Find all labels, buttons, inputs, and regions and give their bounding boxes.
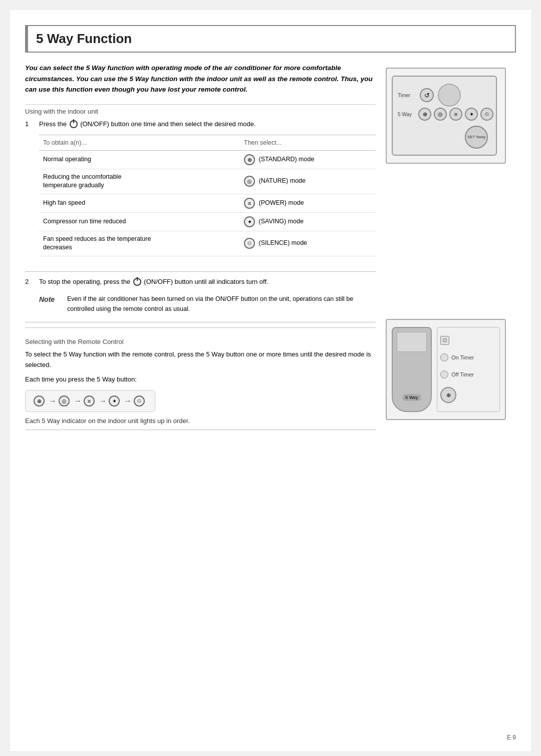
indoor-section-label: Using with the indoor unit	[25, 104, 376, 115]
row-condition: Compressor run time reduced	[39, 212, 240, 231]
remote-body: 5 Way	[392, 327, 432, 412]
mode-icon-sav: ✦	[244, 216, 255, 227]
fiveway-row: 5 Way ⊕ ◎ ≡ ✦ ♲	[398, 108, 493, 121]
remote-section: Selecting with the Remote Control To sel…	[25, 327, 376, 424]
table-row: Normal operating ⊕ (STANDARD) mode	[39, 150, 376, 169]
remote-text-1: To select the 5 Way function with the re…	[25, 349, 376, 370]
divider-3	[25, 430, 376, 430]
onoff-icon-1	[70, 120, 78, 128]
remote-control-diagram: 5 Way ⊡ On Timer Off Timer	[386, 319, 506, 420]
remote-fiveway-btn[interactable]: ⊕	[440, 387, 456, 403]
step-2-content: To stop the operating, press the (ON/OFF…	[39, 277, 376, 287]
step-1-content: Press the (ON/OFF) button one time and t…	[39, 119, 376, 264]
display-icon: ⊡	[440, 336, 449, 345]
off-timer-btn[interactable]	[440, 370, 448, 379]
seq-icon-5: ♲	[134, 396, 145, 407]
seq-icon-3: ≡	[84, 396, 95, 407]
mode-btn-pow[interactable]: ≡	[449, 108, 462, 121]
row-mode: ♲ (SILENCE) mode	[240, 231, 376, 256]
row-condition: Normal operating	[39, 150, 240, 169]
table-row: Reducing the uncomfortabletemperature gr…	[39, 169, 376, 194]
note-text: Even if the air conditioner has been tur…	[67, 294, 376, 314]
mode-btn-sil[interactable]: ♲	[480, 108, 493, 121]
on-timer-btn[interactable]	[440, 353, 448, 361]
on-timer-label: On Timer	[451, 354, 474, 360]
icon-row: ⊡	[440, 336, 496, 345]
seq-icon-1: ⊕	[34, 396, 45, 407]
note-label: Note	[39, 294, 61, 314]
seq-arrow-4: →	[124, 397, 132, 406]
unit-panel: Timer ↺ 5 Way ⊕ ◎ ≡ ✦ ♲ S	[392, 76, 497, 156]
row-condition: High fan speed	[39, 194, 240, 212]
row-mode: ≡ (POWER) mode	[240, 194, 376, 212]
table-row: Fan speed reduces as the temperaturedecr…	[39, 231, 376, 256]
table-row: Compressor run time reduced ✦ (SAVING) m…	[39, 212, 376, 231]
right-column: Timer ↺ 5 Way ⊕ ◎ ≡ ✦ ♲ S	[386, 63, 516, 729]
step-2-text: To stop the operating, press the (ON/OFF…	[39, 278, 268, 285]
off-timer-label: Off Timer	[451, 371, 474, 377]
step-1-text: Press the (ON/OFF) button one time and t…	[39, 120, 256, 128]
page-header: 5 Way Function	[25, 25, 516, 53]
mode-icon-sil: ♲	[244, 238, 255, 249]
step-2: 2 To stop the operating, press the (ON/O…	[25, 277, 376, 287]
page-title: 5 Way Function	[36, 31, 507, 47]
mode-btn-sav[interactable]: ✦	[465, 108, 478, 121]
col-header-2: Then select...	[240, 135, 376, 150]
set-label: SET 5way	[467, 135, 485, 140]
remote-wrapper: 5 Way ⊡ On Timer Off Timer	[392, 327, 500, 412]
seq-arrow-1: →	[49, 397, 57, 406]
divider-2	[25, 322, 376, 322]
row-mode: ✦ (SAVING) mode	[240, 212, 376, 231]
seq-arrow-3: →	[99, 397, 107, 406]
fiveway-label: 5 Way	[398, 112, 416, 117]
each-text: Each 5 Way indicator on the indoor unit …	[25, 417, 376, 425]
remote-display	[397, 332, 427, 352]
row-mode: ◎ (NATURE) mode	[240, 169, 376, 194]
page: 5 Way Function You can select the 5 Way …	[10, 10, 531, 751]
remote-right-panel: ⊡ On Timer Off Timer ⊕	[437, 327, 500, 412]
fiveway-badge[interactable]: 5 Way	[402, 394, 421, 401]
mode-btn-std[interactable]: ⊕	[418, 108, 431, 121]
mode-icon-nat: ◎	[244, 176, 255, 187]
onoff-icon-2	[133, 278, 141, 286]
seq-icon-4: ✦	[109, 396, 120, 407]
row-condition: Reducing the uncomfortabletemperature gr…	[39, 169, 240, 194]
remote-section-label: Selecting with the Remote Control	[25, 338, 376, 345]
remote-fiveway-row: ⊕	[440, 387, 496, 403]
mode-table: To obtain a(n)... Then select... Normal …	[39, 135, 376, 256]
timer-row: Timer ↺	[398, 84, 461, 107]
remote-text-2: Each time you press the 5 Way button:	[25, 374, 376, 385]
off-timer-row: Off Timer	[440, 370, 496, 379]
seq-icon-2: ◎	[59, 396, 70, 407]
timer-label: Timer	[398, 93, 416, 98]
intro-text: You can select the 5 Way function with o…	[25, 63, 376, 95]
step-1: 1 Press the (ON/OFF) button one time and…	[25, 119, 376, 264]
timer-btn[interactable]: ↺	[420, 88, 434, 102]
page-num-text: E·9	[507, 734, 516, 741]
step-2-num: 2	[25, 277, 34, 287]
row-mode: ⊕ (STANDARD) mode	[240, 150, 376, 169]
indoor-unit-diagram: Timer ↺ 5 Way ⊕ ◎ ≡ ✦ ♲ S	[386, 68, 506, 164]
mode-icon-pow: ≡	[244, 198, 255, 209]
page-number: E·9	[10, 729, 531, 751]
note-block: Note Even if the air conditioner has bee…	[39, 294, 376, 314]
row-condition: Fan speed reduces as the temperaturedecr…	[39, 231, 240, 256]
mode-icon-std: ⊕	[244, 154, 255, 165]
mode-sequence: ⊕ → ◎ → ≡ → ✦ → ♲	[25, 390, 155, 412]
table-row: High fan speed ≡ (POWER) mode	[39, 194, 376, 212]
col-header-1: To obtain a(n)...	[39, 135, 240, 150]
left-column: You can select the 5 Way function with o…	[25, 63, 376, 729]
step-1-num: 1	[25, 119, 34, 264]
set-5way-btn[interactable]: SET 5way	[465, 126, 488, 149]
seq-arrow-2: →	[74, 397, 82, 406]
divider-1	[25, 271, 376, 272]
mode-btn-nat[interactable]: ◎	[434, 108, 447, 121]
large-circle-btn	[438, 84, 461, 107]
on-timer-row: On Timer	[440, 353, 496, 361]
